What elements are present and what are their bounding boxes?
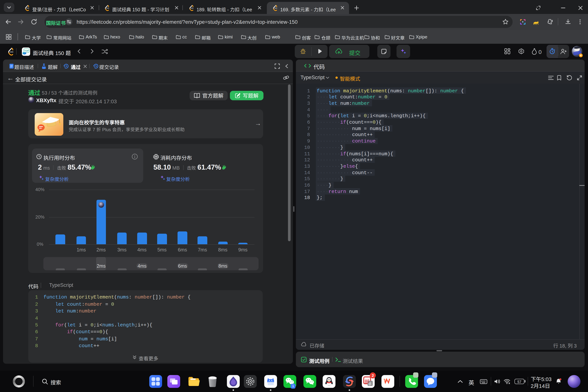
svg-text:TOP: TOP — [24, 50, 29, 52]
